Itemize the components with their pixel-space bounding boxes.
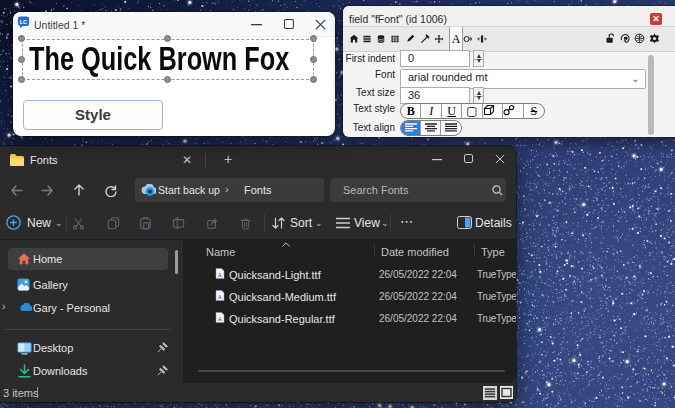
svg-text:A: A [218,272,223,278]
svg-text:A: A [218,316,223,322]
svg-text:A: A [218,294,223,300]
svg-text:LC: LC [20,19,27,25]
